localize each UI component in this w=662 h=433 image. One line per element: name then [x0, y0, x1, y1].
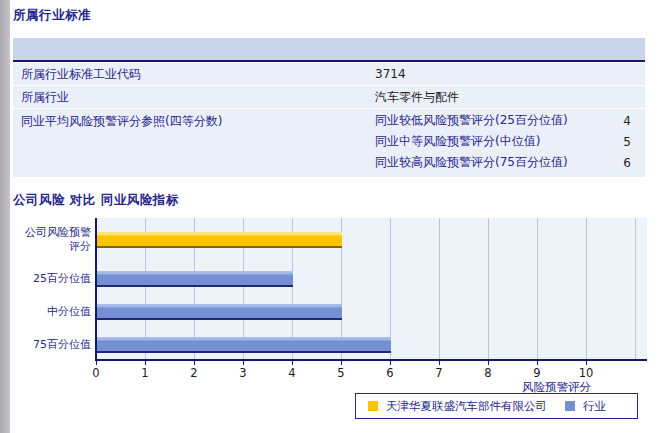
peer-low-label: 同业较低风险预警评分(25百分位值) [375, 112, 568, 129]
table-group-row: 同业平均风险预警评分参照(四等分数) 同业较低风险预警评分(25百分位值) 4 … [13, 109, 645, 177]
industry-standard-table: 所属行业标准工业代码 3714 所属行业 汽车零件与配件 同业平均风险预警评分参… [13, 38, 645, 177]
tick-label: 10 [571, 366, 601, 380]
industry-swatch-icon [565, 401, 575, 411]
tick-mark [243, 361, 244, 365]
tick-label: 0 [81, 366, 111, 380]
gridline [635, 218, 636, 359]
chart-y-axis-line [95, 218, 97, 361]
tick-label: 4 [277, 366, 307, 380]
tick-label: 5 [326, 366, 356, 380]
gridline [439, 218, 440, 359]
tick-mark [586, 361, 587, 365]
company-swatch-icon [368, 401, 378, 411]
report-page: 所属行业标准 所属行业标准工业代码 3714 所属行业 汽车零件与配件 同业平均… [0, 0, 662, 433]
peer-average-items: 同业较低风险预警评分(25百分位值) 4 同业中等风险预警评分(中位值) 5 同… [375, 109, 645, 177]
peer-high-value: 6 [623, 156, 645, 170]
legend-company-label: 天津华夏联盛汽车部件有限公司 [386, 399, 547, 414]
gridline [586, 218, 587, 359]
bar-25百分位值 [97, 271, 293, 287]
gridline [488, 218, 489, 359]
legend-industry-label: 行业 [583, 399, 606, 414]
tick-mark [96, 361, 97, 365]
tick-mark [341, 361, 342, 365]
table-row: 所属行业标准工业代码 3714 [13, 63, 645, 85]
tick-mark [145, 361, 146, 365]
bar-75百分位值 [97, 337, 391, 353]
peer-high-label: 同业较高风险预警评分(75百分位值) [375, 154, 568, 171]
category-label: 中分位值 [0, 305, 91, 319]
sic-code-label: 所属行业标准工业代码 [13, 66, 375, 83]
industry-value: 汽车零件与配件 [375, 89, 645, 106]
risk-comparison-bar-chart: 公司风险预警评分25百分位值中分位值75百分位值 012345678910 风险… [0, 218, 662, 388]
section-title-industry-standard: 所属行业标准 [13, 7, 91, 24]
table-header-band [13, 38, 645, 62]
category-label: 公司风险预警评分 [0, 226, 91, 254]
tick-label: 2 [179, 366, 209, 380]
tick-label: 7 [424, 366, 454, 380]
table-subrow: 同业较低风险预警评分(25百分位值) 4 [375, 110, 645, 131]
chart-x-axis-line [95, 359, 647, 361]
category-label: 75百分位值 [0, 338, 91, 352]
chart-plot-area [97, 218, 647, 359]
category-label: 25百分位值 [0, 272, 91, 286]
tick-label: 6 [375, 366, 405, 380]
tick-label: 9 [522, 366, 552, 380]
table-subrow: 同业中等风险预警评分(中位值) 5 [375, 131, 645, 152]
section-title-risk-comparison: 公司风险 对比 同业风险指标 [13, 192, 179, 209]
peer-median-label: 同业中等风险预警评分(中位值) [375, 133, 540, 150]
peer-low-value: 4 [623, 114, 645, 128]
gridline [537, 218, 538, 359]
tick-mark [439, 361, 440, 365]
tick-mark [390, 361, 391, 365]
table-subrow: 同业较高风险预警评分(75百分位值) 6 [375, 152, 645, 173]
bar-中分位值 [97, 304, 342, 320]
tick-mark [488, 361, 489, 365]
peer-average-label: 同业平均风险预警评分参照(四等分数) [13, 109, 375, 177]
table-row: 所属行业 汽车零件与配件 [13, 86, 645, 108]
industry-label: 所属行业 [13, 89, 375, 106]
tick-mark [537, 361, 538, 365]
tick-mark [194, 361, 195, 365]
tick-mark [292, 361, 293, 365]
tick-label: 8 [473, 366, 503, 380]
peer-median-value: 5 [623, 135, 645, 149]
tick-label: 3 [228, 366, 258, 380]
sic-code-value: 3714 [375, 67, 645, 81]
tick-label: 1 [130, 366, 160, 380]
chart-legend: 天津华夏联盛汽车部件有限公司 行业 [355, 393, 638, 419]
bar-公司风险预警评分 [97, 232, 342, 248]
